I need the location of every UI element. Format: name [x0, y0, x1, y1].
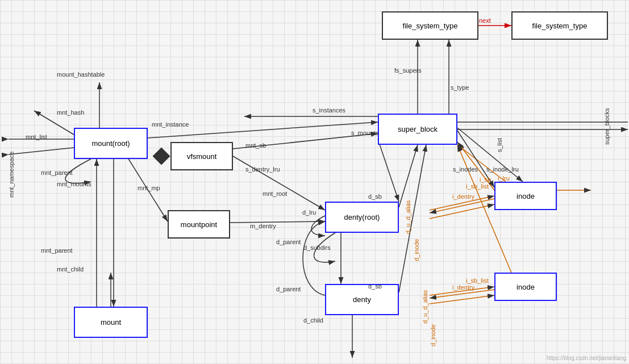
diagram-container: file_system_type file_system_type mount(… — [0, 0, 629, 364]
box-denty-root: denty(root) — [325, 202, 399, 233]
box-mount-root: mount(root) — [74, 128, 148, 159]
label-d-inode-1: d_inode — [413, 227, 420, 261]
box-label-denty-root: denty(root) — [344, 213, 380, 221]
label-mount-hashtable: mount_hashtable — [57, 71, 105, 78]
label-i-sb-list-2: i_sb_list — [466, 277, 489, 284]
label-i-lru: i_lru — [498, 175, 510, 182]
label-mnt-child: mnt_child — [57, 266, 84, 273]
label-d-sb-2: d_sb — [368, 283, 382, 290]
svg-line-12 — [233, 156, 325, 210]
label-d-inode-2: d_inode — [430, 312, 436, 346]
box-mount-child: mount — [74, 307, 148, 338]
box-super-block: super_block — [378, 114, 457, 145]
label-d-lru: d_lru — [302, 209, 316, 216]
svg-line-21 — [430, 204, 494, 219]
svg-line-23 — [430, 199, 494, 213]
box-label-inode-2: inode — [516, 283, 535, 291]
box-denty: denty — [325, 284, 399, 315]
box-label-mount-root: mount(root) — [91, 139, 130, 148]
watermark: https://blog.csdn.net/jiananliang — [547, 355, 626, 361]
svg-line-33 — [9, 148, 74, 154]
label-s-dentry-lru: s_dentry_lru — [245, 166, 280, 173]
label-d-u-d-alias-2: d_u_d_alias — [422, 284, 428, 324]
label-d-child: d_child — [303, 317, 323, 324]
label-mnt-mp: mnt_mp — [138, 185, 160, 191]
label-i-dentry-1: i_dentry — [452, 193, 474, 200]
label-m-dentry: m_dentry — [250, 223, 276, 229]
box-mountpoint: mountpoint — [168, 210, 230, 239]
label-s-inodes: s_inodes — [453, 166, 478, 173]
svg-line-29 — [457, 128, 523, 182]
box-inode-2: inode — [494, 273, 557, 301]
box-inode-1: inode — [494, 182, 557, 210]
label-mnt-root: mnt_root — [263, 190, 287, 197]
label-i-sb: i_sb — [480, 176, 491, 183]
label-i-sb-list-1: i_sb_list — [466, 183, 489, 190]
box-file-system-type-2: file_system_type — [511, 11, 608, 40]
label-mnt-parent-upper: mnt_parent — [41, 169, 73, 176]
label-mnt-namespace: mnt_namespace — [8, 147, 15, 198]
label-mnt-sb: mnt_sb — [245, 142, 266, 149]
label-next: next — [479, 17, 491, 24]
box-label-vfsmount: vfsmount — [187, 152, 217, 161]
box-label-mountpoint: mountpoint — [181, 220, 217, 229]
label-d-sb-1: d_sb — [368, 193, 382, 200]
label-s-mounts: s_mounts — [351, 129, 378, 136]
box-label-fst1: file_system_type — [403, 22, 458, 30]
box-label-inode-1: inode — [516, 192, 535, 200]
label-s-list: s_list — [496, 124, 503, 152]
label-fs-supers: fs_supers — [394, 67, 422, 74]
svg-line-24 — [430, 290, 494, 298]
label-mnt-hash: mnt_hash — [57, 109, 84, 116]
box-vfsmount: vfsmount — [170, 142, 233, 170]
label-s-type: s_type — [451, 84, 469, 91]
label-super-blocks: super_blocks — [603, 99, 610, 145]
label-i-dentry-2: i_dentry — [452, 284, 474, 291]
label-mnt-list: mnt_list — [26, 133, 47, 140]
svg-line-11 — [378, 139, 399, 202]
label-d-parent-1: d_parent — [276, 239, 301, 245]
label-s-instances: s_instances — [313, 107, 345, 114]
label-d-parent-2: d_parent — [276, 286, 301, 292]
label-mnt-mounts: mnt_mounts — [57, 181, 91, 187]
label-d-u-d-alias-1: d_u_d_alias — [405, 194, 411, 234]
svg-line-18 — [399, 145, 426, 292]
label-d-subdirs: d_subdirs — [303, 244, 331, 251]
box-label-super-block: super_block — [398, 125, 438, 133]
diamond-shape — [152, 147, 170, 165]
box-file-system-type-1: file_system_type — [382, 11, 478, 40]
box-label-denty: denty — [353, 295, 371, 304]
svg-line-14 — [230, 221, 325, 223]
svg-line-22 — [430, 295, 494, 304]
box-label-mount-child: mount — [101, 318, 121, 327]
label-mnt-instance: mnt_instance — [152, 121, 189, 128]
box-label-fst2: file_system_type — [532, 22, 588, 30]
label-s-inode-lru: s_inode_lru — [486, 166, 519, 173]
label-mnt-parent-lower: mnt_parent — [41, 247, 73, 254]
